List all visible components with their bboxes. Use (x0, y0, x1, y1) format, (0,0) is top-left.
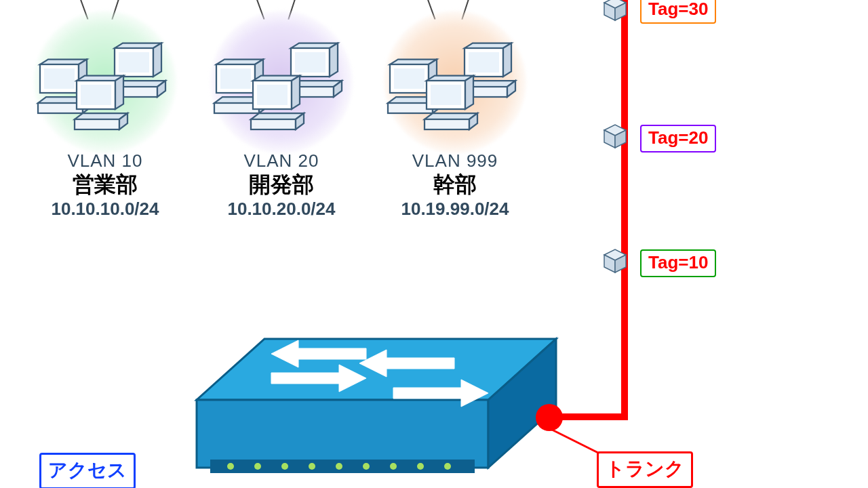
svg-marker-52 (503, 43, 511, 77)
svg-marker-73 (197, 400, 488, 468)
packet-icon (601, 122, 629, 149)
svg-rect-16 (81, 85, 111, 105)
pc-icon (71, 75, 132, 136)
svg-point-87 (417, 463, 424, 470)
svg-rect-37 (257, 85, 288, 105)
svg-rect-40 (251, 119, 296, 129)
svg-rect-61 (425, 119, 469, 129)
trunk-port-label: トランク (597, 451, 693, 488)
svg-point-80 (227, 463, 234, 470)
svg-rect-19 (75, 119, 119, 129)
svg-rect-51 (469, 52, 499, 73)
svg-point-84 (336, 463, 342, 470)
svg-point-81 (254, 463, 261, 470)
svg-rect-9 (119, 52, 149, 73)
trunk-link-vertical (621, 0, 628, 420)
svg-point-88 (444, 463, 451, 470)
svg-point-85 (363, 463, 370, 470)
svg-marker-17 (115, 76, 123, 110)
vlan-subnet-label: 10.10.10.0/24 (27, 199, 183, 220)
pc-cluster-vlan999 (377, 38, 533, 146)
vlan-id-label: VLAN 20 (203, 150, 359, 171)
packet-icon (601, 247, 629, 274)
tag-label-10: Tag=10 (640, 249, 716, 277)
vlan-dept-label: 幹部 (377, 170, 533, 200)
svg-rect-30 (295, 52, 326, 73)
svg-point-82 (281, 463, 288, 470)
vlan-dept-label: 営業部 (27, 170, 183, 200)
vlan-dept-label: 開発部 (203, 170, 359, 200)
vlan-subnet-label: 10.10.20.0/24 (203, 199, 359, 220)
vlan-group-20: VLAN 20 開発部 10.10.20.0/24 (203, 38, 359, 220)
pc-cluster-vlan20 (203, 38, 359, 146)
svg-marker-38 (292, 76, 300, 110)
packet-icon (601, 0, 629, 22)
vlan-id-label: VLAN 999 (377, 150, 533, 171)
svg-point-83 (309, 463, 315, 470)
vlan-id-label: VLAN 10 (27, 150, 183, 171)
tag-label-30: Tag=30 (640, 0, 716, 24)
tag-label-20: Tag=20 (640, 125, 716, 152)
vlan-group-999: VLAN 999 幹部 10.19.99.0/24 (377, 38, 533, 220)
pc-cluster-vlan10 (27, 38, 183, 146)
svg-marker-31 (330, 43, 338, 77)
svg-marker-10 (153, 43, 161, 77)
vlan-subnet-label: 10.19.99.0/24 (377, 199, 533, 220)
pc-icon (420, 75, 481, 136)
vlan-group-10: VLAN 10 営業部 10.10.10.0/24 (27, 38, 183, 220)
switch-icon (142, 325, 570, 488)
pc-icon (247, 75, 308, 136)
svg-marker-59 (465, 76, 473, 110)
svg-point-86 (390, 463, 397, 470)
svg-rect-58 (431, 85, 461, 105)
access-port-label: アクセス (39, 453, 136, 488)
